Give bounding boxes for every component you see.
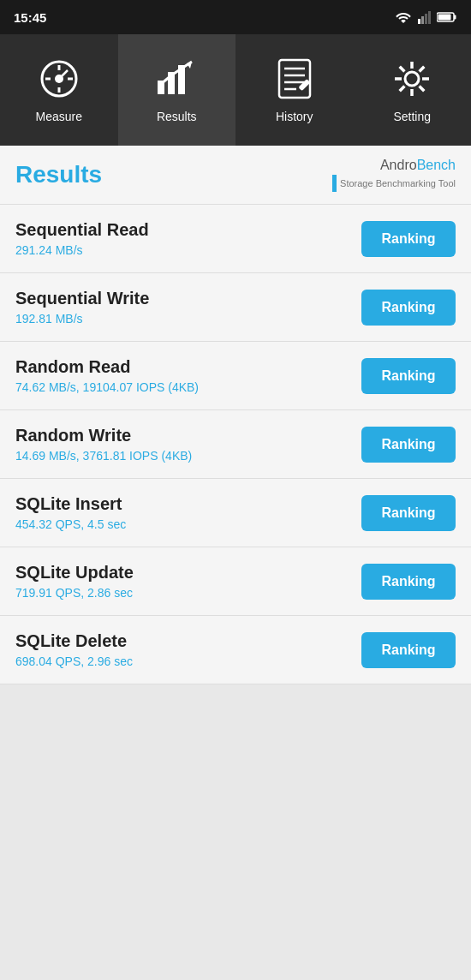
status-bar: 15:45: [0, 0, 471, 34]
tab-setting[interactable]: Setting: [354, 34, 472, 146]
brand-tagline-text: Storage Benchmarking Tool: [340, 178, 456, 188]
ranking-button[interactable]: Ranking: [361, 221, 456, 257]
svg-line-13: [59, 70, 68, 79]
ranking-button[interactable]: Ranking: [361, 632, 456, 668]
result-info: Random Read 74.62 MB/s, 19104.07 IOPS (4…: [15, 357, 361, 394]
battery-icon: [437, 11, 457, 23]
result-name: Sequential Write: [15, 289, 361, 308]
ranking-button[interactable]: Ranking: [361, 564, 456, 600]
empty-area: [0, 684, 471, 941]
measure-icon: [37, 57, 81, 101]
brand-accent-bar: [332, 175, 337, 192]
result-info: Sequential Write 192.81 MB/s: [15, 289, 361, 326]
svg-rect-0: [418, 19, 420, 24]
result-name: SQLite Update: [15, 563, 361, 583]
brand-tagline: Storage Benchmarking Tool: [332, 175, 456, 192]
svg-rect-5: [454, 15, 456, 20]
wifi-icon: [394, 10, 413, 24]
result-item: Sequential Read 291.24 MB/s Ranking: [0, 205, 471, 273]
tab-results-label: Results: [157, 110, 197, 123]
page-title: Results: [15, 161, 102, 188]
svg-line-32: [400, 87, 405, 92]
brand-bench: Bench: [417, 158, 456, 172]
result-info: SQLite Update 719.91 QPS, 2.86 sec: [15, 563, 361, 600]
result-name: SQLite Delete: [15, 631, 361, 651]
result-item: SQLite Update 719.91 QPS, 2.86 sec Ranki…: [0, 547, 471, 616]
result-item: Random Write 14.69 MB/s, 3761.81 IOPS (4…: [0, 410, 471, 479]
svg-rect-6: [438, 15, 451, 21]
result-value: 698.04 QPS, 2.96 sec: [15, 654, 361, 668]
svg-rect-3: [428, 11, 431, 24]
brand-andro: Andro: [380, 158, 417, 172]
result-name: Sequential Read: [15, 220, 361, 240]
result-value: 14.69 MB/s, 3761.81 IOPS (4KB): [15, 449, 361, 463]
tab-history[interactable]: History: [236, 34, 354, 146]
tab-history-label: History: [276, 110, 313, 123]
tab-measure-label: Measure: [36, 110, 82, 123]
results-list: Sequential Read 291.24 MB/s Ranking Sequ…: [0, 205, 471, 684]
signal-icon: [418, 10, 432, 24]
ranking-button[interactable]: Ranking: [361, 290, 456, 326]
result-value: 719.91 QPS, 2.86 sec: [15, 586, 361, 600]
svg-line-30: [420, 87, 425, 92]
result-info: Random Write 14.69 MB/s, 3761.81 IOPS (4…: [15, 426, 361, 463]
svg-line-29: [400, 67, 405, 72]
history-icon: [272, 57, 317, 101]
ranking-button[interactable]: Ranking: [361, 495, 456, 531]
result-value: 74.62 MB/s, 19104.07 IOPS (4KB): [15, 380, 361, 394]
result-name: SQLite Insert: [15, 494, 361, 514]
ranking-button[interactable]: Ranking: [361, 427, 456, 463]
svg-rect-1: [421, 16, 424, 24]
nav-tabs: Measure Results: [0, 34, 471, 146]
setting-icon: [390, 57, 434, 101]
svg-rect-18: [279, 60, 310, 98]
brand-name: AndroBench: [332, 158, 456, 173]
status-icons: [394, 10, 457, 24]
status-time: 15:45: [14, 10, 46, 25]
result-item: Sequential Write 192.81 MB/s Ranking: [0, 273, 471, 342]
result-item: SQLite Delete 698.04 QPS, 2.96 sec Ranki…: [0, 616, 471, 684]
svg-point-24: [405, 72, 419, 86]
svg-line-31: [420, 67, 425, 72]
result-info: Sequential Read 291.24 MB/s: [15, 220, 361, 257]
svg-rect-2: [425, 14, 427, 24]
page-header: Results AndroBench Storage Benchmarking …: [0, 146, 471, 205]
tab-setting-label: Setting: [393, 110, 431, 123]
result-value: 291.24 MB/s: [15, 243, 361, 257]
result-name: Random Read: [15, 357, 361, 377]
results-icon: [154, 57, 199, 101]
result-info: SQLite Delete 698.04 QPS, 2.96 sec: [15, 631, 361, 668]
brand-logo: AndroBench Storage Benchmarking Tool: [332, 158, 456, 192]
result-value: 454.32 QPS, 4.5 sec: [15, 517, 361, 531]
result-item: Random Read 74.62 MB/s, 19104.07 IOPS (4…: [0, 342, 471, 410]
result-info: SQLite Insert 454.32 QPS, 4.5 sec: [15, 494, 361, 531]
result-item: SQLite Insert 454.32 QPS, 4.5 sec Rankin…: [0, 479, 471, 547]
tab-measure[interactable]: Measure: [0, 34, 118, 146]
ranking-button[interactable]: Ranking: [361, 358, 456, 394]
result-name: Random Write: [15, 426, 361, 445]
svg-rect-23: [298, 79, 310, 91]
result-value: 192.81 MB/s: [15, 312, 361, 326]
tab-results[interactable]: Results: [118, 34, 236, 146]
